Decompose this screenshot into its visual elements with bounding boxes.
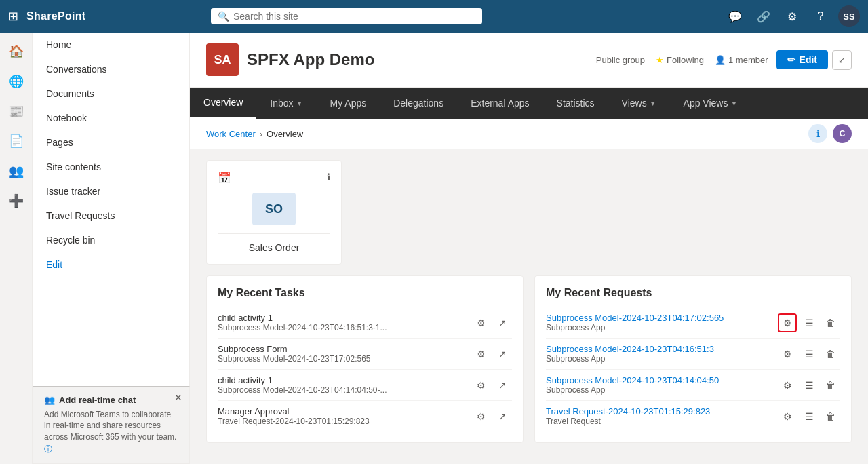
task-sub: Subprocess Model-2024-10-23T04:16:51:3-1… xyxy=(218,323,466,332)
request-action-menu[interactable]: ☰ xyxy=(800,407,818,426)
edit-button[interactable]: ✏ Edit xyxy=(776,50,828,69)
sidebar-item-recycle-bin[interactable]: Recycle bin xyxy=(33,228,189,252)
task-sub: Subprocess Model-2024-10-23T04:14:04:50-… xyxy=(218,385,466,395)
request-actions: ⚙ ☰ 🗑 xyxy=(778,376,840,395)
recent-requests-title: My Recent Requests xyxy=(546,287,840,299)
brand-label: SharePoint xyxy=(26,10,85,22)
chat-popup-close[interactable]: ✕ xyxy=(174,392,182,403)
app-card-header: 📅 ℹ xyxy=(218,172,330,185)
sidebar-item-travel-requests[interactable]: Travel Requests xyxy=(33,204,189,228)
comment-icon[interactable]: 💬 xyxy=(724,5,746,27)
app-info-icon[interactable]: ℹ xyxy=(327,172,330,182)
request-action-gear[interactable]: ⚙ xyxy=(778,407,797,426)
pencil-icon: ✏ xyxy=(787,54,795,65)
task-action-gear[interactable]: ⚙ xyxy=(471,313,490,332)
people-nav-icon[interactable]: 👥 xyxy=(3,157,30,185)
following-status[interactable]: ★ Following xyxy=(656,55,704,65)
site-title: SPFX App Demo xyxy=(247,50,374,69)
recent-item-text: Subprocess Form Subprocess Model-2024-10… xyxy=(218,344,466,364)
request-sub: Travel Request xyxy=(546,417,772,426)
request-title[interactable]: Subprocess Model-2024-10-23T04:17:02:565 xyxy=(546,313,772,323)
chevron-down-icon: ▼ xyxy=(296,100,303,107)
task-title: Manager Approval xyxy=(218,406,466,417)
sidebar-item-notebook[interactable]: Notebook xyxy=(33,106,189,130)
recent-task-item: Subprocess Form Subprocess Model-2024-10… xyxy=(218,339,512,370)
search-icon: 🔍 xyxy=(218,11,229,22)
request-title[interactable]: Travel Request-2024-10-23T01:15:29:823 xyxy=(546,406,772,417)
share-icon[interactable]: 🔗 xyxy=(753,5,774,27)
request-action-menu[interactable]: ☰ xyxy=(800,345,818,364)
user-context-icon[interactable]: C xyxy=(833,124,852,143)
task-action-open[interactable]: ↗ xyxy=(493,345,512,364)
request-title[interactable]: Subprocess Model-2024-10-23T04:14:04:50 xyxy=(546,375,772,385)
task-action-gear[interactable]: ⚙ xyxy=(471,407,490,426)
chat-popup-description: Add Microsoft Teams to collaborate in re… xyxy=(44,409,178,443)
nav-tab-views[interactable]: Views ▼ xyxy=(608,88,670,118)
request-actions: ⚙ ☰ 🗑 xyxy=(778,345,840,364)
news-nav-icon[interactable]: 📰 xyxy=(3,98,30,125)
sidebar-edit-link[interactable]: Edit xyxy=(33,252,189,277)
nav-tab-myapps[interactable]: My Apps xyxy=(317,88,380,118)
recent-request-item: Subprocess Model-2024-10-23T04:17:02:565… xyxy=(546,307,840,339)
request-action-gear[interactable]: ⚙ xyxy=(778,376,797,395)
sidebar-item-conversations[interactable]: Conversations xyxy=(33,57,189,81)
waffle-icon[interactable]: ⊞ xyxy=(8,9,18,24)
task-action-open[interactable]: ↗ xyxy=(493,376,512,395)
task-action-open[interactable]: ↗ xyxy=(493,313,512,332)
request-action-delete[interactable]: 🗑 xyxy=(821,345,840,364)
sidebar-item-home[interactable]: Home xyxy=(33,33,189,57)
request-action-gear[interactable]: ⚙ xyxy=(778,345,797,364)
chat-popup-title: 👥 Add real-time chat xyxy=(44,395,178,405)
nav-tab-appviews[interactable]: App Views ▼ xyxy=(670,88,751,118)
nav-tab-delegations[interactable]: Delegations xyxy=(380,88,457,118)
page-nav-icon[interactable]: 📄 xyxy=(3,128,30,155)
nav-tab-externalapps[interactable]: External Apps xyxy=(457,88,542,118)
task-action-gear[interactable]: ⚙ xyxy=(471,376,490,395)
home-nav-icon[interactable]: 🏠 xyxy=(3,38,30,65)
app-logo[interactable]: SO xyxy=(252,193,296,225)
recent-task-item: child activity 1 Subprocess Model-2024-1… xyxy=(218,307,512,339)
task-action-gear[interactable]: ⚙ xyxy=(471,345,490,364)
chat-popup: ✕ 👥 Add real-time chat Add Microsoft Tea… xyxy=(33,386,190,464)
task-title: child activity 1 xyxy=(218,313,466,323)
task-action-open[interactable]: ↗ xyxy=(493,407,512,426)
recent-request-item: Subprocess Model-2024-10-23T04:16:51:3 S… xyxy=(546,339,840,370)
settings-icon[interactable]: ⚙ xyxy=(781,5,803,27)
request-action-menu[interactable]: ☰ xyxy=(800,313,818,332)
sidebar-item-issue-tracker[interactable]: Issue tracker xyxy=(33,179,189,204)
fullscreen-button[interactable]: ⤢ xyxy=(832,50,852,70)
request-action-delete[interactable]: 🗑 xyxy=(821,313,840,332)
nav-tab-inbox[interactable]: Inbox ▼ xyxy=(256,88,316,118)
topbar: ⊞ SharePoint 🔍 💬 🔗 ⚙ ? SS xyxy=(0,0,868,33)
nav-tab-overview[interactable]: Overview xyxy=(190,88,256,119)
recent-tasks-section: My Recent Tasks child activity 1 Subproc… xyxy=(206,275,524,443)
request-item-text: Subprocess Model-2024-10-23T04:14:04:50 … xyxy=(546,375,772,395)
nav-tab-statistics[interactable]: Statistics xyxy=(543,88,608,118)
request-action-menu[interactable]: ☰ xyxy=(800,376,818,395)
recent-item-text: Manager Approval Travel Request-2024-10-… xyxy=(218,406,466,426)
search-input[interactable] xyxy=(233,11,475,22)
sidebar-item-pages[interactable]: Pages xyxy=(33,130,189,155)
sidebar-item-documents[interactable]: Documents xyxy=(33,81,189,106)
globe-nav-icon[interactable]: 🌐 xyxy=(3,68,30,95)
request-action-delete[interactable]: 🗑 xyxy=(821,376,840,395)
search-box[interactable]: 🔍 xyxy=(211,8,482,24)
site-meta: Public group ★ Following 👤 1 member xyxy=(596,55,768,65)
request-action-delete[interactable]: 🗑 xyxy=(821,407,840,426)
breadcrumb-sep: › xyxy=(260,129,262,139)
request-action-gear[interactable]: ⚙ xyxy=(778,313,797,332)
task-actions: ⚙ ↗ xyxy=(471,345,512,364)
breadcrumb-parent[interactable]: Work Center xyxy=(206,129,256,139)
request-item-text: Subprocess Model-2024-10-23T04:17:02:565… xyxy=(546,313,772,332)
app-card-divider xyxy=(218,233,330,234)
request-actions: ⚙ ☰ 🗑 xyxy=(778,407,840,426)
info-icon[interactable]: ℹ xyxy=(808,124,827,143)
site-title-area: SA SPFX App Demo xyxy=(206,43,374,76)
sidebar-item-site-contents[interactable]: Site contents xyxy=(33,155,189,179)
request-title[interactable]: Subprocess Model-2024-10-23T04:16:51:3 xyxy=(546,344,772,354)
help-icon[interactable]: ? xyxy=(810,5,831,27)
recent-tasks-col: My Recent Tasks child activity 1 Subproc… xyxy=(206,275,524,443)
plus-nav-icon[interactable]: ➕ xyxy=(3,187,30,214)
chat-popup-link[interactable]: ⓘ xyxy=(44,444,52,454)
user-avatar[interactable]: SS xyxy=(838,5,860,27)
